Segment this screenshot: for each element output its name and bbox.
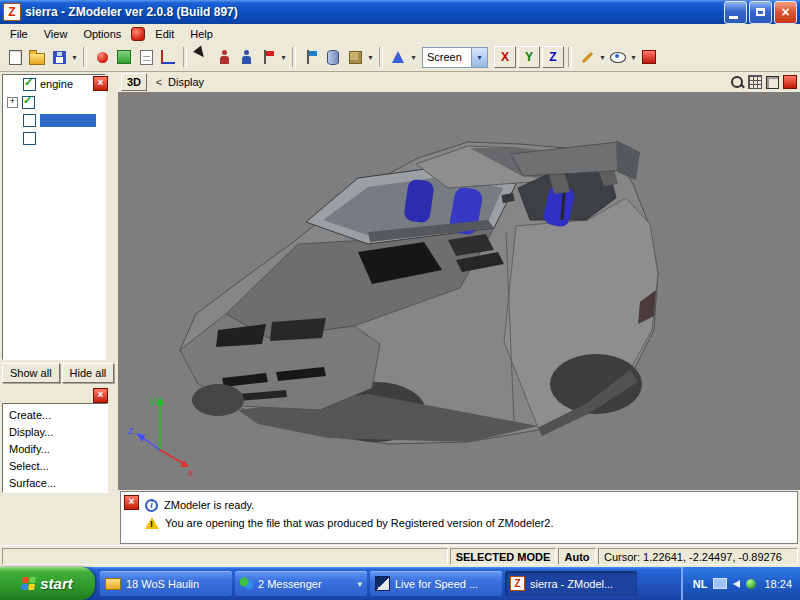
title-bar[interactable]: Z sierra - ZModeler ver 2.0.8 (Build 897… [0, 0, 800, 24]
taskbar-item-wos-haulin[interactable]: 18 WoS Haulin [100, 571, 232, 596]
expander-plus-icon[interactable] [7, 97, 18, 108]
command-modify[interactable]: Modify... [3, 440, 107, 457]
maximize-button[interactable] [749, 1, 772, 24]
messenger-icon [240, 577, 253, 590]
flag-red-icon [262, 50, 274, 64]
back-arrow-icon[interactable]: < [153, 76, 165, 88]
save-file-icon[interactable] [48, 46, 70, 68]
message-text: ZModeler is ready. [164, 499, 254, 511]
tree-row-group[interactable] [3, 93, 105, 111]
extra-tool-icon[interactable] [638, 46, 660, 68]
axis-y-button[interactable]: Y [518, 46, 540, 68]
viewport-mode-button[interactable]: 3D [121, 73, 147, 91]
app-icon: Z [3, 3, 21, 21]
record-icon[interactable] [131, 27, 145, 41]
scene-tree-panel: engine [2, 74, 106, 360]
axis-z-button[interactable]: Z [542, 46, 564, 68]
red-ball-icon [97, 52, 108, 63]
zoom-icon[interactable] [731, 76, 744, 89]
taskbar-item-zmodeler[interactable]: Z sierra - ZModel... [505, 571, 637, 596]
combo-arrow-icon[interactable] [471, 48, 487, 67]
cone-primitive-icon[interactable] [387, 46, 409, 68]
new-file-icon[interactable] [4, 46, 26, 68]
shield-tray-icon[interactable] [746, 579, 756, 589]
cone-icon [392, 51, 404, 63]
menu-options[interactable]: Options [75, 26, 129, 42]
tree-row-selected[interactable] [3, 111, 105, 129]
checkbox-checked-icon[interactable] [23, 78, 36, 91]
screen-space-dropdown[interactable]: Screen [422, 47, 488, 68]
draw-dropdown-icon[interactable] [598, 46, 607, 68]
status-auto[interactable]: Auto [558, 548, 596, 565]
minimize-button[interactable] [724, 1, 747, 24]
create-flag-icon[interactable] [300, 46, 322, 68]
select-arrow-icon[interactable] [191, 46, 213, 68]
tree-item-label: engine [40, 78, 73, 90]
status-bar: SELECTED MODE Auto Cursor: 1.22641, -2.2… [0, 545, 800, 568]
tree-row-engine[interactable]: engine [3, 75, 105, 93]
expand-view-icon[interactable] [766, 76, 779, 89]
eye-icon [610, 52, 626, 63]
separator [83, 47, 87, 67]
edges-mode-icon[interactable] [235, 46, 257, 68]
viewport-tools [731, 75, 797, 89]
grid-icon[interactable] [748, 75, 762, 89]
import-tool-icon[interactable] [91, 46, 113, 68]
cone-dropdown-icon[interactable] [409, 46, 418, 68]
command-panel-header [2, 388, 108, 402]
close-icon: × [781, 5, 789, 19]
command-panel-close-icon[interactable] [93, 388, 108, 403]
taskbar-item-live-for-speed[interactable]: Live for Speed ... [370, 571, 502, 596]
cylinder-primitive-icon[interactable] [322, 46, 344, 68]
open-file-icon[interactable] [26, 46, 48, 68]
close-button[interactable]: × [774, 1, 797, 24]
message-panel-close-icon[interactable] [124, 495, 139, 510]
volume-tray-icon[interactable] [733, 580, 740, 588]
vertices-mode-icon[interactable] [213, 46, 235, 68]
command-create[interactable]: Create... [3, 406, 107, 423]
local-axes-icon[interactable] [157, 46, 179, 68]
zmodeler-icon: Z [510, 576, 525, 591]
notes-icon[interactable] [135, 46, 157, 68]
taskbar-item-messenger[interactable]: 2 Messenger ▾ [235, 571, 367, 596]
taskbar-items: 18 WoS Haulin 2 Messenger ▾ Live for Spe… [100, 571, 637, 596]
viewport-header: 3D < Display [118, 72, 800, 92]
draw-tool-icon[interactable] [576, 46, 598, 68]
checkbox-checked-icon[interactable] [22, 96, 35, 109]
viewport-3d[interactable]: y z x [118, 92, 800, 490]
show-all-button[interactable]: Show all [2, 363, 60, 383]
start-button[interactable]: start [0, 567, 95, 600]
menu-view[interactable]: View [36, 26, 76, 42]
language-indicator[interactable]: NL [693, 578, 708, 590]
info-icon [145, 499, 158, 512]
svg-text:z: z [127, 424, 134, 436]
taskbar-item-label: Live for Speed ... [395, 578, 497, 590]
view-dropdown-icon[interactable] [629, 46, 638, 68]
notepad-icon [140, 50, 153, 65]
hide-all-button[interactable]: Hide all [62, 363, 115, 383]
save-dropdown-icon[interactable] [70, 46, 79, 68]
view-tool-icon[interactable] [607, 46, 629, 68]
viewport-close-icon[interactable] [783, 75, 797, 89]
command-surface[interactable]: Surface... [3, 474, 107, 491]
polygons-mode-icon[interactable] [257, 46, 279, 68]
menu-help[interactable]: Help [182, 26, 221, 42]
box-primitive-icon[interactable] [344, 46, 366, 68]
message-panel: ZModeler is ready. You are opening the f… [120, 491, 798, 544]
checkbox-unchecked-icon[interactable] [23, 132, 36, 145]
display-tray-icon[interactable] [713, 578, 727, 589]
axis-x-button[interactable]: X [494, 46, 516, 68]
tree-close-icon[interactable] [93, 76, 108, 91]
command-select[interactable]: Select... [3, 457, 107, 474]
menu-file[interactable]: File [2, 26, 36, 42]
system-tray: NL 18:24 [681, 567, 800, 600]
primitive-dropdown-icon[interactable] [366, 46, 375, 68]
tree-row[interactable] [3, 129, 105, 147]
viewport-view-label[interactable]: Display [168, 76, 731, 88]
menu-edit[interactable]: Edit [147, 26, 182, 42]
mode-dropdown-icon[interactable] [279, 46, 288, 68]
checkbox-unchecked-icon[interactable] [23, 114, 36, 127]
windows-flag-icon [21, 577, 36, 590]
materials-icon[interactable] [113, 46, 135, 68]
command-display[interactable]: Display... [3, 423, 107, 440]
